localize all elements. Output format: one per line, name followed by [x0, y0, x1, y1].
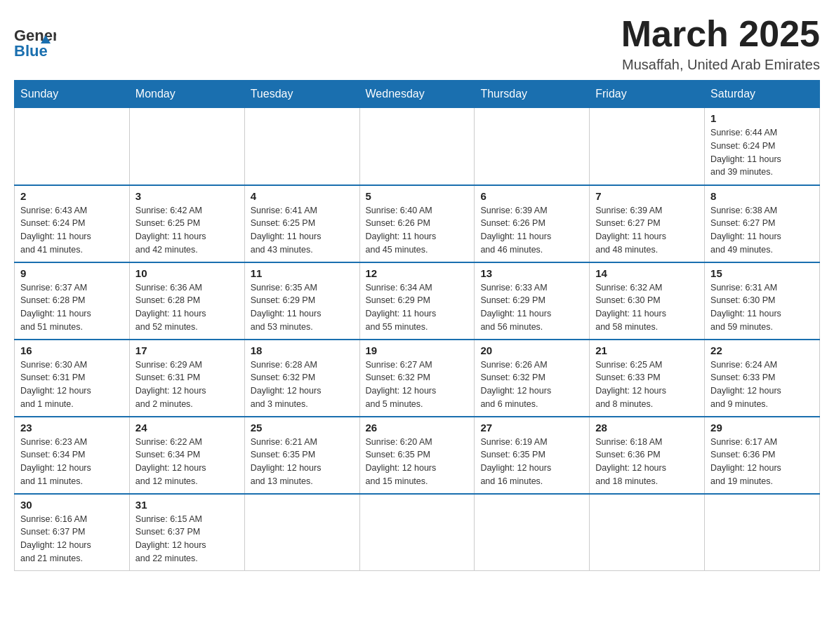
day-number: 16: [20, 344, 124, 356]
calendar-cell: 1Sunrise: 6:44 AM Sunset: 6:24 PM Daylig…: [705, 108, 820, 185]
day-info: Sunrise: 6:35 AM Sunset: 6:29 PM Dayligh…: [251, 281, 354, 334]
day-info: Sunrise: 6:44 AM Sunset: 6:24 PM Dayligh…: [710, 126, 814, 179]
calendar-cell: [590, 494, 705, 571]
calendar-cell: [244, 108, 359, 185]
day-number: 21: [595, 344, 699, 356]
calendar-cell: [359, 494, 475, 571]
calendar-cell: 14Sunrise: 6:32 AM Sunset: 6:30 PM Dayli…: [590, 262, 705, 340]
calendar-cell: 26Sunrise: 6:20 AM Sunset: 6:35 PM Dayli…: [359, 417, 475, 494]
day-info: Sunrise: 6:34 AM Sunset: 6:29 PM Dayligh…: [366, 281, 469, 334]
calendar-cell: 21Sunrise: 6:25 AM Sunset: 6:33 PM Dayli…: [590, 340, 705, 417]
day-number: 28: [595, 422, 699, 434]
day-info: Sunrise: 6:15 AM Sunset: 6:37 PM Dayligh…: [135, 513, 239, 565]
day-info: Sunrise: 6:43 AM Sunset: 6:24 PM Dayligh…: [20, 204, 124, 257]
day-info: Sunrise: 6:26 AM Sunset: 6:32 PM Dayligh…: [480, 358, 583, 411]
day-number: 9: [20, 267, 124, 279]
calendar-cell: 10Sunrise: 6:36 AM Sunset: 6:28 PM Dayli…: [129, 262, 244, 340]
day-number: 30: [20, 499, 124, 511]
day-info: Sunrise: 6:39 AM Sunset: 6:27 PM Dayligh…: [595, 204, 699, 257]
calendar-table: Sunday Monday Tuesday Wednesday Thursday…: [14, 80, 820, 571]
day-number: 25: [251, 422, 354, 434]
calendar-cell: 31Sunrise: 6:15 AM Sunset: 6:37 PM Dayli…: [129, 494, 244, 571]
day-number: 5: [366, 190, 469, 202]
calendar-cell: 25Sunrise: 6:21 AM Sunset: 6:35 PM Dayli…: [244, 417, 359, 494]
calendar-cell: [590, 108, 705, 185]
calendar-cell: 18Sunrise: 6:28 AM Sunset: 6:32 PM Dayli…: [244, 340, 359, 417]
calendar-cell: 4Sunrise: 6:41 AM Sunset: 6:25 PM Daylig…: [244, 185, 359, 262]
calendar-week-1: 1Sunrise: 6:44 AM Sunset: 6:24 PM Daylig…: [15, 108, 820, 185]
calendar-week-3: 9Sunrise: 6:37 AM Sunset: 6:28 PM Daylig…: [15, 262, 820, 340]
calendar-cell: [129, 108, 244, 185]
calendar-cell: 22Sunrise: 6:24 AM Sunset: 6:33 PM Dayli…: [705, 340, 820, 417]
calendar-cell: 5Sunrise: 6:40 AM Sunset: 6:26 PM Daylig…: [359, 185, 475, 262]
calendar-cell: 15Sunrise: 6:31 AM Sunset: 6:30 PM Dayli…: [705, 262, 820, 340]
day-info: Sunrise: 6:37 AM Sunset: 6:28 PM Dayligh…: [20, 281, 124, 334]
header-row: Sunday Monday Tuesday Wednesday Thursday…: [15, 81, 820, 108]
calendar-cell: [475, 108, 590, 185]
calendar-cell: 2Sunrise: 6:43 AM Sunset: 6:24 PM Daylig…: [15, 185, 130, 262]
col-saturday: Saturday: [705, 81, 820, 108]
day-number: 19: [366, 344, 469, 356]
calendar-cell: 8Sunrise: 6:38 AM Sunset: 6:27 PM Daylig…: [705, 185, 820, 262]
day-number: 4: [251, 190, 354, 202]
day-info: Sunrise: 6:23 AM Sunset: 6:34 PM Dayligh…: [20, 436, 124, 488]
day-info: Sunrise: 6:25 AM Sunset: 6:33 PM Dayligh…: [595, 358, 699, 411]
calendar-cell: 30Sunrise: 6:16 AM Sunset: 6:37 PM Dayli…: [15, 494, 130, 571]
day-number: 27: [480, 422, 583, 434]
col-monday: Monday: [129, 81, 244, 108]
day-info: Sunrise: 6:42 AM Sunset: 6:25 PM Dayligh…: [135, 204, 239, 257]
day-info: Sunrise: 6:33 AM Sunset: 6:29 PM Dayligh…: [480, 281, 583, 334]
day-info: Sunrise: 6:17 AM Sunset: 6:36 PM Dayligh…: [710, 436, 814, 488]
day-info: Sunrise: 6:20 AM Sunset: 6:35 PM Dayligh…: [366, 436, 469, 488]
day-info: Sunrise: 6:39 AM Sunset: 6:26 PM Dayligh…: [480, 204, 583, 257]
day-number: 12: [366, 267, 469, 279]
day-number: 11: [251, 267, 354, 279]
calendar-cell: 11Sunrise: 6:35 AM Sunset: 6:29 PM Dayli…: [244, 262, 359, 340]
day-info: Sunrise: 6:18 AM Sunset: 6:36 PM Dayligh…: [595, 436, 699, 488]
calendar-cell: 20Sunrise: 6:26 AM Sunset: 6:32 PM Dayli…: [475, 340, 590, 417]
day-number: 26: [366, 422, 469, 434]
calendar-week-4: 16Sunrise: 6:30 AM Sunset: 6:31 PM Dayli…: [15, 340, 820, 417]
day-number: 10: [135, 267, 239, 279]
calendar-week-2: 2Sunrise: 6:43 AM Sunset: 6:24 PM Daylig…: [15, 185, 820, 262]
calendar-cell: [705, 494, 820, 571]
calendar-cell: 28Sunrise: 6:18 AM Sunset: 6:36 PM Dayli…: [590, 417, 705, 494]
day-number: 3: [135, 190, 239, 202]
day-info: Sunrise: 6:28 AM Sunset: 6:32 PM Dayligh…: [251, 358, 354, 411]
col-sunday: Sunday: [15, 81, 130, 108]
calendar-cell: 23Sunrise: 6:23 AM Sunset: 6:34 PM Dayli…: [15, 417, 130, 494]
day-number: 18: [251, 344, 354, 356]
calendar-cell: 3Sunrise: 6:42 AM Sunset: 6:25 PM Daylig…: [129, 185, 244, 262]
calendar-cell: 16Sunrise: 6:30 AM Sunset: 6:31 PM Dayli…: [15, 340, 130, 417]
day-number: 1: [710, 112, 814, 124]
logo-text: General Blue: [14, 21, 59, 60]
month-title: March 2025: [621, 14, 820, 54]
logo: General Blue: [14, 21, 59, 60]
day-number: 17: [135, 344, 239, 356]
day-info: Sunrise: 6:32 AM Sunset: 6:30 PM Dayligh…: [595, 281, 699, 334]
day-number: 23: [20, 422, 124, 434]
day-number: 14: [595, 267, 699, 279]
day-info: Sunrise: 6:16 AM Sunset: 6:37 PM Dayligh…: [20, 513, 124, 565]
day-info: Sunrise: 6:19 AM Sunset: 6:35 PM Dayligh…: [480, 436, 583, 488]
calendar-week-6: 30Sunrise: 6:16 AM Sunset: 6:37 PM Dayli…: [15, 494, 820, 571]
day-info: Sunrise: 6:22 AM Sunset: 6:34 PM Dayligh…: [135, 436, 239, 488]
day-number: 20: [480, 344, 583, 356]
calendar-cell: 24Sunrise: 6:22 AM Sunset: 6:34 PM Dayli…: [129, 417, 244, 494]
day-info: Sunrise: 6:38 AM Sunset: 6:27 PM Dayligh…: [710, 204, 814, 257]
calendar-cell: 9Sunrise: 6:37 AM Sunset: 6:28 PM Daylig…: [15, 262, 130, 340]
day-number: 8: [710, 190, 814, 202]
location: Musaffah, United Arab Emirates: [621, 57, 820, 73]
day-info: Sunrise: 6:30 AM Sunset: 6:31 PM Dayligh…: [20, 358, 124, 411]
day-number: 24: [135, 422, 239, 434]
page-header: General Blue March 2025 Musaffah, United…: [14, 14, 820, 73]
calendar-cell: 7Sunrise: 6:39 AM Sunset: 6:27 PM Daylig…: [590, 185, 705, 262]
svg-text:Blue: Blue: [14, 42, 48, 60]
day-number: 6: [480, 190, 583, 202]
calendar-cell: [15, 108, 130, 185]
calendar-cell: 29Sunrise: 6:17 AM Sunset: 6:36 PM Dayli…: [705, 417, 820, 494]
calendar-cell: 27Sunrise: 6:19 AM Sunset: 6:35 PM Dayli…: [475, 417, 590, 494]
calendar-cell: [244, 494, 359, 571]
title-section: March 2025 Musaffah, United Arab Emirate…: [621, 14, 820, 73]
calendar-cell: 6Sunrise: 6:39 AM Sunset: 6:26 PM Daylig…: [475, 185, 590, 262]
